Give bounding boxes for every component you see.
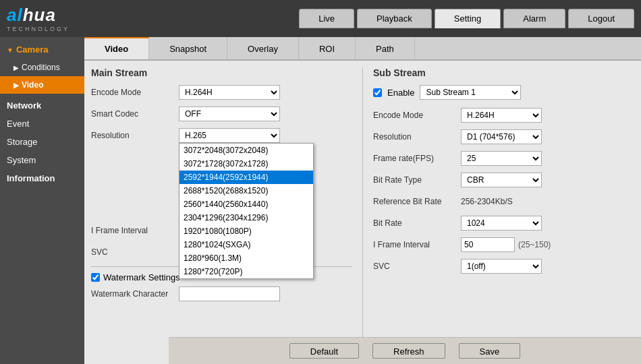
watermark-char-input[interactable]: DigitalCCTV <box>179 286 280 301</box>
main-stream-title: Main Stream <box>91 67 352 78</box>
smart-codec-select[interactable]: OFF <box>179 107 280 121</box>
sidebar-item-conditions[interactable]: ▶Conditions <box>0 59 84 76</box>
encode-mode-select[interactable]: H.264H <box>179 85 280 100</box>
sub-stream-panel: Sub Stream Enable Sub Stream 1 Encode Mo… <box>373 67 634 353</box>
resolution-control: H.265 3072*2048(3072x2048) 3072*1728(307… <box>179 128 352 143</box>
sub-enable-row: Enable Sub Stream 1 <box>373 84 634 101</box>
sidebar-item-video[interactable]: ▶Video <box>0 76 84 94</box>
logo-sub: TECHNOLOGY <box>7 26 115 32</box>
sub-svc-row: SVC 1(off) <box>373 257 634 275</box>
sub-bit-rate-select[interactable]: 1024 <box>461 216 542 231</box>
sub-resolution-label: Resolution <box>373 132 461 142</box>
sub-encode-mode-label: Encode Mode <box>373 111 461 120</box>
sub-frame-rate-select[interactable]: 25 <box>461 151 542 166</box>
smart-codec-control: OFF <box>179 107 352 121</box>
subtab-overlay[interactable]: Overlay <box>227 37 299 59</box>
subtab-snapshot[interactable]: Snapshot <box>149 37 227 59</box>
nav-live[interactable]: Live <box>299 9 354 28</box>
sub-stream-select[interactable]: Sub Stream 1 <box>420 85 521 100</box>
sub-resolution-row: Resolution D1 (704*576) <box>373 128 634 146</box>
sub-svc-select[interactable]: 1(off) <box>461 259 542 274</box>
watermark-char-row: Watermark Character DigitalCCTV <box>91 285 352 303</box>
watermark-char-label: Watermark Character <box>91 289 179 299</box>
sub-enable-label: Enable <box>387 88 414 98</box>
encode-mode-row: Encode Mode H.264H <box>91 84 352 101</box>
res-option-4[interactable]: 2560*1440(2560x1440) <box>179 198 313 211</box>
logo-area: alhua TECHNOLOGY <box>7 5 115 32</box>
res-option-0[interactable]: 3072*2048(3072x2048) <box>179 144 313 157</box>
sidebar-item-camera[interactable]: ▼Camera <box>0 40 84 59</box>
watermark-settings-label: Watermark Settings <box>103 272 180 282</box>
resolution-row: Resolution H.265 3072*2048(3072x2048) 30… <box>91 127 352 144</box>
res-option-3[interactable]: 2688*1520(2688x1520) <box>179 184 313 198</box>
encode-mode-control: H.264H <box>179 85 352 100</box>
sub-stream-title: Sub Stream <box>373 67 634 78</box>
nav-setting[interactable]: Setting <box>435 9 501 28</box>
watermark-checkbox[interactable] <box>91 273 100 282</box>
smart-codec-row: Smart Codec OFF <box>91 105 352 123</box>
sub-i-frame-interval-label: I Frame Interval <box>373 240 461 249</box>
resolution-select[interactable]: H.265 <box>179 128 280 143</box>
main-stream-panel: Main Stream Encode Mode H.264H Smart Cod… <box>91 67 352 353</box>
res-option-9[interactable]: 1280*720(720P) <box>179 265 313 278</box>
sidebar-item-event[interactable]: Event <box>0 115 84 133</box>
sub-bit-rate-label: Bit Rate <box>373 218 461 228</box>
nav-alarm[interactable]: Alarm <box>503 9 565 28</box>
sub-bit-rate-type-row: Bit Rate Type CBR <box>373 171 634 189</box>
sub-bit-rate-type-select[interactable]: CBR <box>461 173 542 187</box>
sub-frame-rate-row: Frame rate(FPS) 25 <box>373 150 634 167</box>
sidebar: ▼Camera ▶Conditions ▶Video Network Event… <box>0 37 84 364</box>
content-body: Main Stream Encode Mode H.264H Smart Cod… <box>84 61 641 359</box>
sub-i-frame-interval-row: I Frame Interval (25~150) <box>373 236 634 253</box>
default-button[interactable]: Default <box>289 343 359 359</box>
main: ▼Camera ▶Conditions ▶Video Network Event… <box>0 37 641 364</box>
res-option-1[interactable]: 3072*1728(3072x1728) <box>179 157 313 171</box>
sub-frame-rate-label: Frame rate(FPS) <box>373 154 461 163</box>
sidebar-item-system[interactable]: System <box>0 151 84 169</box>
content-area: Video Snapshot Overlay ROI Path Main Str… <box>84 37 641 364</box>
sub-encode-mode-select[interactable]: H.264H <box>461 108 542 123</box>
bottom-bar: Default Refresh Save <box>169 337 641 364</box>
subtabs-bar: Video Snapshot Overlay ROI Path <box>84 37 641 61</box>
i-frame-interval-label: I Frame Interval <box>91 226 179 235</box>
sidebar-item-information[interactable]: Information <box>0 169 84 187</box>
res-option-2[interactable]: 2592*1944(2592x1944) <box>179 171 313 184</box>
nav-logout[interactable]: Logout <box>568 9 634 28</box>
subtab-video[interactable]: Video <box>84 37 149 59</box>
subtab-path[interactable]: Path <box>356 37 415 59</box>
svc-label: SVC <box>91 247 179 257</box>
save-button[interactable]: Save <box>459 343 521 359</box>
sub-resolution-select[interactable]: D1 (704*576) <box>461 129 542 144</box>
res-option-6[interactable]: 1920*1080(1080P) <box>179 224 313 238</box>
nav-tabs: Live Playback Setting Alarm Logout <box>299 9 634 28</box>
subtab-roi[interactable]: ROI <box>299 37 356 59</box>
topbar: alhua TECHNOLOGY Live Playback Setting A… <box>0 0 641 37</box>
sub-reference-bit-rate-value: 256-2304Kb/S <box>461 197 513 206</box>
sidebar-item-network[interactable]: Network <box>0 96 84 115</box>
smart-codec-label: Smart Codec <box>91 109 179 119</box>
encode-mode-label: Encode Mode <box>91 88 179 97</box>
nav-playback[interactable]: Playback <box>357 9 432 28</box>
sub-bit-rate-type-label: Bit Rate Type <box>373 175 461 185</box>
stream-divider <box>362 67 363 353</box>
sub-enable-checkbox[interactable] <box>373 88 382 97</box>
resolution-label: Resolution <box>91 131 179 140</box>
res-option-5[interactable]: 2304*1296(2304x1296) <box>179 211 313 224</box>
sub-bit-rate-row: Bit Rate 1024 <box>373 214 634 232</box>
logo: alhua <box>7 5 115 26</box>
res-option-8[interactable]: 1280*960(1.3M) <box>179 251 313 265</box>
resolution-dropdown-list: 3072*2048(3072x2048) 3072*1728(3072x1728… <box>179 143 314 279</box>
refresh-button[interactable]: Refresh <box>372 343 445 359</box>
sub-svc-label: SVC <box>373 262 461 271</box>
sub-i-frame-hint: (25~150) <box>518 240 551 249</box>
sidebar-item-storage[interactable]: Storage <box>0 133 84 151</box>
res-option-7[interactable]: 1280*1024(SXGA) <box>179 238 313 251</box>
sub-i-frame-interval-input[interactable] <box>461 237 515 252</box>
sub-encode-mode-row: Encode Mode H.264H <box>373 107 634 124</box>
sub-reference-bit-rate-row: Reference Bit Rate 256-2304Kb/S <box>373 193 634 210</box>
sub-reference-bit-rate-label: Reference Bit Rate <box>373 197 461 206</box>
